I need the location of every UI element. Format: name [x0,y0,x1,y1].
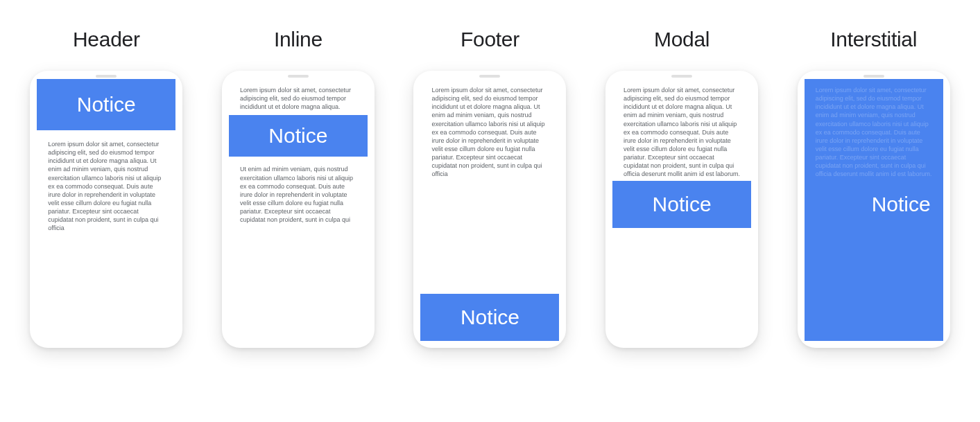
body-text-top: Lorem ipsum dolor sit amet, consectetur … [229,79,368,114]
header-notice: Notice [37,79,175,130]
phone-screen: Lorem ipsum dolor sit amet, consectetur … [229,79,368,341]
variant-modal: Modal Lorem ipsum dolor sit amet, consec… [596,28,768,348]
modal-notice: Notice [612,181,751,228]
phone-frame: Lorem ipsum dolor sit amet, consectetur … [605,71,758,348]
phone-screen: Lorem ipsum dolor sit amet, consectetur … [420,79,559,341]
phone-screen: Lorem ipsum dolor sit amet, consectetur … [805,79,943,341]
footer-notice: Notice [420,294,559,341]
variant-inline: Inline Lorem ipsum dolor sit amet, conse… [213,28,384,348]
body-text: Lorem ipsum dolor sit amet, consectetur … [420,79,559,182]
variant-title: Footer [461,28,519,51]
body-text: Lorem ipsum dolor sit amet, consectetur … [612,79,751,182]
phone-frame: Lorem ipsum dolor sit amet, consectetur … [798,71,950,348]
phone-frame: Notice Lorem ipsum dolor sit amet, conse… [30,71,182,348]
variant-title: Header [73,28,140,51]
interstitial-notice: Notice [872,193,931,216]
variant-interstitial: Interstitial Lorem ipsum dolor sit amet,… [788,28,959,348]
body-text-bottom: Ut enim ad minim veniam, quis nostrud ex… [229,158,368,227]
variant-title: Inline [274,28,323,51]
phone-screen: Notice Lorem ipsum dolor sit amet, conse… [37,79,175,341]
variant-title: Modal [654,28,710,51]
variant-footer: Footer Lorem ipsum dolor sit amet, conse… [404,28,576,348]
body-text: Lorem ipsum dolor sit amet, consectetur … [37,133,175,236]
body-text: Lorem ipsum dolor sit amet, consectetur … [805,79,943,182]
phone-frame: Lorem ipsum dolor sit amet, consectetur … [413,71,566,348]
variant-title: Interstitial [830,28,917,51]
phone-screen: Lorem ipsum dolor sit amet, consectetur … [612,79,751,341]
variant-header: Header Notice Lorem ipsum dolor sit amet… [21,28,192,348]
phone-frame: Lorem ipsum dolor sit amet, consectetur … [222,71,375,348]
inline-notice: Notice [229,115,368,157]
variants-row: Header Notice Lorem ipsum dolor sit amet… [21,28,959,348]
